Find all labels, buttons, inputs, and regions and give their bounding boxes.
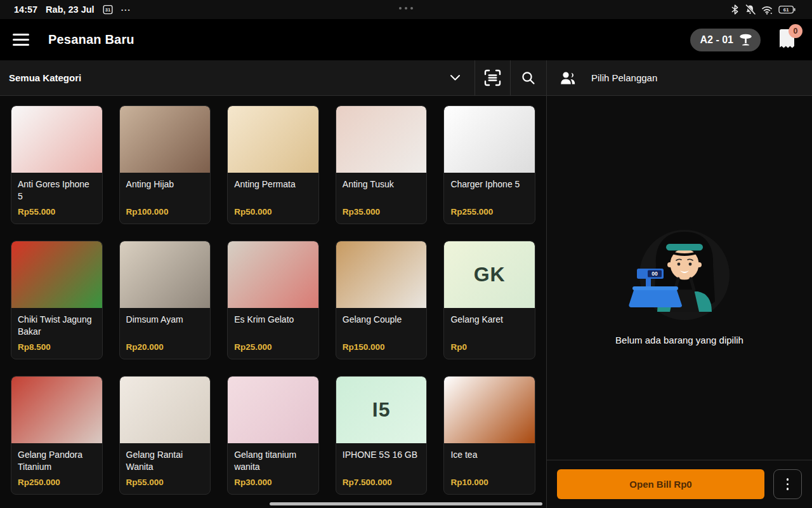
catalog-section: Semua Kategori — [0, 60, 547, 508]
product-name: IPHONE 5S 16 GB — [336, 443, 427, 461]
open-bills-button[interactable]: 0 — [778, 29, 796, 51]
product-image — [228, 106, 318, 173]
product-name: Gelang Karet — [444, 308, 535, 326]
table-icon — [739, 33, 752, 46]
selected-category-label: Semua Kategori — [9, 72, 81, 83]
product-name: Gelang Rantai Wanita — [120, 443, 211, 473]
product-card[interactable]: Charger Iphone 5 Rp255.000 — [443, 105, 535, 224]
select-customer-label: Pilih Pelanggan — [591, 72, 657, 83]
product-image — [336, 241, 427, 308]
status-date: Rab, 23 Jul — [46, 4, 95, 15]
bill-action-bar: Open Bill Rp0 — [547, 460, 812, 508]
product-price: Rp10.000 — [450, 478, 488, 487]
status-bar: 14:57 Rab, 23 Jul 31 ··· — [0, 0, 812, 19]
svg-text:61: 61 — [783, 7, 789, 13]
product-card[interactable]: Anting Permata Rp50.000 — [227, 105, 319, 224]
product-image — [11, 241, 102, 308]
product-image — [120, 241, 211, 308]
product-card[interactable]: Gelang Couple Rp150.000 — [336, 241, 428, 359]
more-options-button[interactable] — [773, 469, 802, 499]
product-image — [228, 377, 318, 443]
svg-text:31: 31 — [105, 7, 110, 13]
order-panel: Pilih Pelanggan — [547, 60, 812, 508]
product-image-label: I5 — [372, 398, 391, 422]
product-price: Rp50.000 — [234, 207, 272, 217]
page-title: Pesanan Baru — [48, 32, 134, 47]
search-icon — [521, 70, 536, 86]
status-time: 14:57 — [14, 4, 37, 15]
table-select-button[interactable]: A2 - 01 — [690, 29, 761, 51]
calendar-icon: 31 — [103, 4, 113, 15]
product-image — [120, 377, 211, 443]
empty-cart-message: Belum ada barang yang dipilih — [615, 335, 743, 345]
product-card[interactable]: Gelang Pandora Titanium Rp250.000 — [11, 376, 103, 495]
empty-cart-state: 00 Belum ada barang yang dipilih — [547, 96, 812, 460]
table-label: A2 - 01 — [700, 34, 733, 46]
barcode-scan-button[interactable] — [475, 60, 510, 95]
select-customer-button[interactable]: Pilih Pelanggan — [547, 60, 812, 96]
product-card[interactable]: Gelang titanium wanita Rp30.000 — [227, 376, 319, 495]
app-header: Pesanan Baru A2 - 01 0 — [0, 19, 812, 60]
product-name: Anting Permata — [228, 173, 318, 190]
barcode-scan-icon — [484, 69, 501, 86]
product-name: Chiki Twist Jagung Bakar — [11, 308, 102, 338]
product-price: Rp8.500 — [18, 342, 51, 352]
product-image — [11, 377, 102, 443]
product-name: Anti Gores Iphone 5 — [11, 173, 102, 203]
category-dropdown[interactable]: Semua Kategori — [0, 60, 475, 95]
product-name: Es Krim Gelato — [228, 308, 318, 326]
chevron-down-icon — [450, 74, 461, 81]
customers-icon — [560, 71, 576, 85]
product-image: I5 — [336, 377, 427, 443]
product-price: Rp100.000 — [126, 207, 169, 217]
product-name: Anting Tusuk — [336, 173, 427, 190]
product-card[interactable]: Dimsum Ayam Rp20.000 — [119, 241, 211, 359]
product-card[interactable]: I5 IPHONE 5S 16 GB Rp7.500.000 — [336, 376, 428, 495]
camera-cutout-dots — [399, 7, 413, 10]
product-price: Rp7.500.000 — [343, 478, 392, 487]
product-price: Rp35.000 — [343, 207, 380, 217]
product-price: Rp55.000 — [18, 207, 55, 217]
product-price: Rp30.000 — [234, 478, 272, 487]
product-image-label: GK — [474, 263, 506, 286]
product-name: Anting Hijab — [120, 173, 211, 190]
product-name: Gelang titanium wanita — [228, 443, 318, 473]
product-image — [120, 106, 211, 173]
product-image — [444, 377, 535, 443]
cashier-illustration: 00 — [619, 228, 740, 324]
product-image — [228, 241, 318, 308]
search-button[interactable] — [511, 60, 546, 95]
battery-icon: 61 — [778, 4, 796, 15]
product-card[interactable]: Anting Hijab Rp100.000 — [119, 105, 211, 224]
open-bill-button[interactable]: Open Bill Rp0 — [557, 469, 764, 499]
open-bills-count-badge: 0 — [789, 24, 802, 38]
product-card[interactable]: Ice tea Rp10.000 — [443, 376, 535, 495]
product-price: Rp250.000 — [18, 478, 60, 487]
product-image — [11, 106, 102, 173]
svg-text:00: 00 — [652, 271, 658, 277]
bluetooth-icon — [731, 4, 739, 15]
pos-app-screen: 14:57 Rab, 23 Jul 31 ··· — [0, 0, 812, 508]
product-card[interactable]: Gelang Rantai Wanita Rp55.000 — [119, 376, 211, 495]
product-image: GK — [444, 241, 535, 308]
status-overflow-dots: ··· — [121, 5, 131, 15]
product-name: Gelang Couple — [336, 308, 427, 326]
menu-icon[interactable] — [13, 30, 32, 50]
product-price: Rp25.000 — [234, 342, 272, 352]
product-grid: Anti Gores Iphone 5 Rp55.000 Anting Hija… — [0, 96, 546, 508]
notifications-off-icon — [745, 4, 756, 15]
product-price: Rp20.000 — [126, 342, 164, 352]
category-bar: Semua Kategori — [0, 60, 546, 96]
product-card[interactable]: Anting Tusuk Rp35.000 — [336, 105, 428, 224]
product-price: Rp150.000 — [343, 342, 385, 352]
product-card[interactable]: GK Gelang Karet Rp0 — [443, 241, 535, 359]
product-price: Rp0 — [450, 342, 467, 352]
product-card[interactable]: Es Krim Gelato Rp25.000 — [227, 241, 319, 359]
product-image — [336, 106, 427, 173]
product-card[interactable]: Anti Gores Iphone 5 Rp55.000 — [11, 105, 103, 224]
gesture-navigation-bar[interactable] — [270, 502, 542, 505]
product-name: Charger Iphone 5 — [444, 173, 535, 190]
wifi-icon — [761, 5, 773, 15]
product-image — [444, 106, 535, 173]
product-card[interactable]: Chiki Twist Jagung Bakar Rp8.500 — [11, 241, 103, 359]
